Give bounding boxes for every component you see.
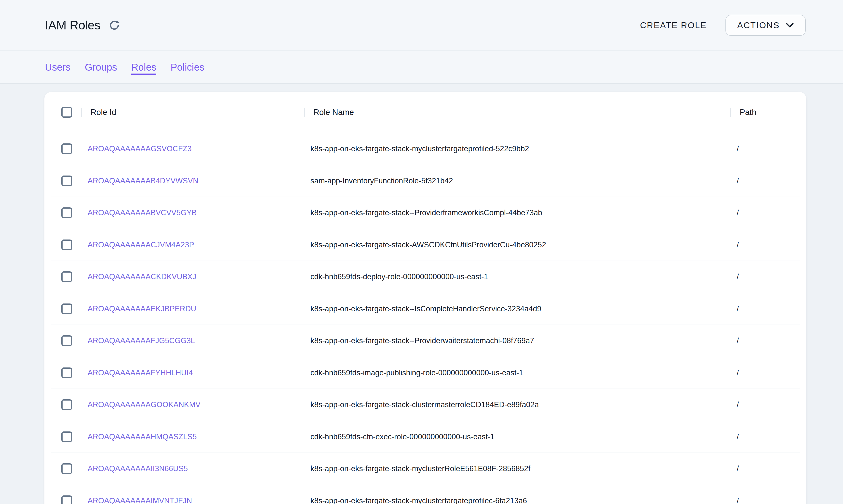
table-row: AROAQAAAAAAAHMQASZLS5 cdk-hnb659fds-cfn-… [51, 421, 800, 453]
role-name-cell: k8s-app-on-eks-fargate-stack-clustermast… [304, 400, 730, 409]
page-title: IAM Roles [45, 18, 100, 32]
tab-roles[interactable]: Roles [131, 62, 156, 73]
role-name-cell: k8s-app-on-eks-fargate-stack-myclusterfa… [304, 497, 730, 504]
row-checkbox[interactable] [61, 271, 72, 282]
row-checkbox[interactable] [61, 367, 72, 378]
path-cell: / [730, 240, 800, 249]
table-row: AROAQAAAAAAAFJG5CGG3L k8s-app-on-eks-far… [51, 325, 800, 357]
role-name-cell: cdk-hnb659fds-deploy-role-000000000000-u… [304, 272, 730, 281]
role-id-link[interactable]: AROAQAAAAAAAEKJBPERDU [88, 304, 196, 313]
chevron-down-icon [786, 22, 794, 28]
path-cell: / [730, 368, 800, 377]
role-name-cell: sam-app-InventoryFunctionRole-5f321b42 [304, 177, 730, 185]
path-cell: / [730, 464, 800, 473]
path-cell: / [730, 272, 800, 281]
row-checkbox[interactable] [61, 496, 72, 504]
table-header-row: Role Id Role Name Path [51, 92, 800, 132]
table-row: AROAQAAAAAAAEKJBPERDU k8s-app-on-eks-far… [51, 293, 800, 325]
table-row: AROAQAAAAAAACJVM4A23P k8s-app-on-eks-far… [51, 229, 800, 261]
select-all-checkbox[interactable] [61, 107, 72, 118]
tab-groups[interactable]: Groups [85, 62, 117, 73]
role-id-link[interactable]: AROAQAAAAAAAIMVNTJFJN [88, 497, 192, 504]
role-id-link[interactable]: AROAQAAAAAAAHMQASZLS5 [88, 432, 196, 441]
role-id-link[interactable]: AROAQAAAAAAABVCVV5GYB [88, 209, 197, 217]
table-row: AROAQAAAAAAACKDKVUBXJ cdk-hnb659fds-depl… [51, 260, 800, 293]
table-body: AROAQAAAAAAAGSVOCFZ3 k8s-app-on-eks-farg… [51, 132, 800, 504]
actions-button-label: ACTIONS [737, 20, 780, 30]
column-header-role-name: Role Name [304, 107, 730, 118]
path-cell: / [730, 144, 800, 153]
role-name-cell: k8s-app-on-eks-fargate-stack-AWSCDKCfnUt… [304, 240, 730, 249]
row-checkbox[interactable] [61, 208, 72, 218]
path-cell: / [730, 304, 800, 313]
row-checkbox[interactable] [61, 399, 72, 410]
role-name-cell: k8s-app-on-eks-fargate-stack--Providerfr… [304, 209, 730, 217]
table-row: AROAQAAAAAAAIMVNTJFJN k8s-app-on-eks-far… [51, 485, 800, 504]
path-cell: / [730, 432, 800, 441]
column-header-path: Path [730, 107, 800, 118]
row-checkbox[interactable] [61, 176, 72, 186]
row-checkbox[interactable] [61, 335, 72, 346]
role-name-cell: k8s-app-on-eks-fargate-stack--Providerwa… [304, 336, 730, 345]
row-checkbox[interactable] [61, 239, 72, 250]
column-header-role-id: Role Id [81, 107, 304, 118]
path-cell: / [730, 336, 800, 345]
role-name-cell: k8s-app-on-eks-fargate-stack--IsComplete… [304, 304, 730, 313]
table-row: AROAQAAAAAAAII3N66US5 k8s-app-on-eks-far… [51, 452, 800, 485]
tab-users[interactable]: Users [45, 62, 70, 73]
role-id-link[interactable]: AROAQAAAAAAAB4DYVWSVN [88, 177, 198, 185]
content-area: Role Id Role Name Path AROAQAAAAAAAGSVOC… [0, 84, 843, 504]
tab-policies[interactable]: Policies [171, 62, 204, 73]
role-id-link[interactable]: AROAQAAAAAAAGSVOCFZ3 [88, 144, 192, 153]
role-name-cell: k8s-app-on-eks-fargate-stack-myclusterfa… [304, 144, 730, 153]
row-checkbox[interactable] [61, 463, 72, 474]
refresh-button[interactable] [108, 19, 121, 32]
page-header: IAM Roles CREATE ROLE ACTIONS [0, 0, 843, 51]
roles-table-card: Role Id Role Name Path AROAQAAAAAAAGSVOC… [45, 92, 806, 504]
role-name-cell: cdk-hnb659fds-cfn-exec-role-000000000000… [304, 432, 730, 441]
table-row: AROAQAAAAAAAGOOKANKMV k8s-app-on-eks-far… [51, 389, 800, 421]
row-checkbox[interactable] [61, 304, 72, 314]
refresh-icon [108, 19, 120, 31]
actions-button[interactable]: ACTIONS [725, 15, 806, 36]
role-id-link[interactable]: AROAQAAAAAAAII3N66US5 [88, 464, 188, 473]
path-cell: / [730, 497, 800, 504]
row-checkbox[interactable] [61, 431, 72, 442]
role-id-link[interactable]: AROAQAAAAAAACKDKVUBXJ [88, 272, 196, 281]
table-row: AROAQAAAAAAAFYHHLHUI4 cdk-hnb659fds-imag… [51, 357, 800, 389]
path-cell: / [730, 400, 800, 409]
table-row: AROAQAAAAAAAB4DYVWSVN sam-app-InventoryF… [51, 165, 800, 197]
path-cell: / [730, 209, 800, 217]
role-id-link[interactable]: AROAQAAAAAAAFJG5CGG3L [88, 336, 195, 345]
role-name-cell: k8s-app-on-eks-fargate-stack-myclusterRo… [304, 464, 730, 473]
resource-tab-bar: UsersGroupsRolesPolicies [0, 51, 843, 84]
table-row: AROAQAAAAAAABVCVV5GYB k8s-app-on-eks-far… [51, 197, 800, 229]
table-row: AROAQAAAAAAAGSVOCFZ3 k8s-app-on-eks-farg… [51, 132, 800, 165]
row-checkbox[interactable] [61, 143, 72, 154]
role-id-link[interactable]: AROAQAAAAAAACJVM4A23P [88, 240, 194, 249]
create-role-button[interactable]: CREATE ROLE [638, 15, 709, 35]
path-cell: / [730, 177, 800, 185]
role-id-link[interactable]: AROAQAAAAAAAFYHHLHUI4 [88, 368, 193, 377]
role-id-link[interactable]: AROAQAAAAAAAGOOKANKMV [88, 400, 201, 409]
role-name-cell: cdk-hnb659fds-image-publishing-role-0000… [304, 368, 730, 377]
